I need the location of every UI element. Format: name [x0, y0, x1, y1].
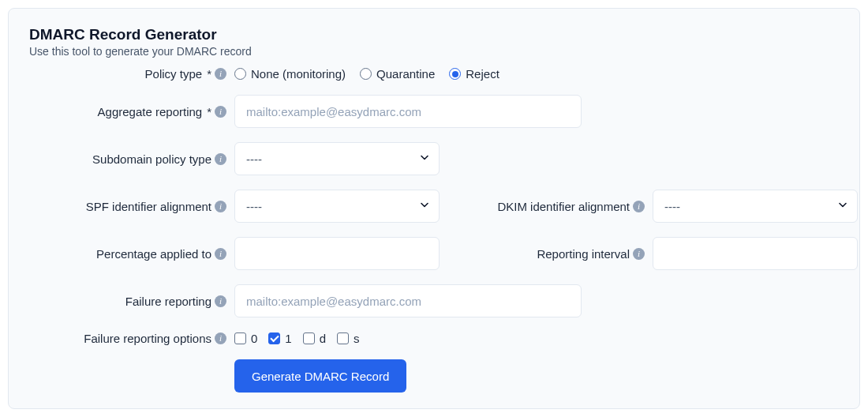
- info-icon[interactable]: i: [215, 201, 226, 212]
- policy-radio-quarantine[interactable]: Quarantine: [360, 67, 435, 81]
- percentage-input[interactable]: [234, 237, 440, 270]
- spf-alignment-label: SPF identifier alignment i: [29, 200, 234, 213]
- info-icon[interactable]: i: [215, 295, 226, 307]
- svg-text:i: i: [219, 333, 222, 343]
- reporting-interval-input[interactable]: [653, 237, 858, 270]
- info-icon[interactable]: i: [633, 248, 645, 260]
- aggregate-reporting-label: Aggregate reporting * i: [29, 105, 234, 118]
- radio-icon: [360, 68, 372, 80]
- radio-icon: [449, 68, 461, 80]
- policy-radio-reject[interactable]: Reject: [449, 67, 499, 81]
- failure-reporting-options-label: Failure reporting options i: [29, 332, 234, 345]
- svg-text:i: i: [638, 201, 640, 211]
- svg-text:i: i: [219, 201, 222, 211]
- failure-option-0[interactable]: 0: [234, 332, 257, 345]
- checkbox-icon: [337, 332, 349, 344]
- checkbox-icon: [303, 332, 315, 344]
- subdomain-policy-select[interactable]: ----: [234, 142, 440, 175]
- dkim-alignment-select[interactable]: ----: [653, 190, 858, 223]
- svg-text:i: i: [219, 69, 222, 78]
- failure-reporting-input[interactable]: [234, 284, 582, 317]
- subdomain-policy-label: Subdomain policy type i: [29, 152, 234, 166]
- svg-text:i: i: [219, 154, 222, 163]
- failure-option-s[interactable]: s: [337, 332, 360, 345]
- generate-button[interactable]: Generate DMARC Record: [234, 359, 406, 393]
- info-icon[interactable]: i: [215, 332, 226, 344]
- dkim-alignment-label: DKIM identifier alignment i: [440, 200, 653, 213]
- form: Policy type * i None (monitoring) Quaran…: [29, 67, 839, 393]
- checkbox-icon: [268, 332, 280, 344]
- svg-text:i: i: [219, 296, 222, 306]
- info-icon[interactable]: i: [633, 201, 645, 212]
- info-icon[interactable]: i: [215, 106, 226, 118]
- spf-alignment-select[interactable]: ----: [234, 190, 440, 223]
- info-icon[interactable]: i: [215, 68, 226, 80]
- info-icon[interactable]: i: [215, 153, 226, 165]
- dmarc-generator-panel: DMARC Record Generator Use this tool to …: [8, 8, 860, 409]
- failure-option-d[interactable]: d: [303, 332, 326, 345]
- policy-radio-none[interactable]: None (monitoring): [234, 67, 346, 81]
- info-icon[interactable]: i: [215, 248, 226, 260]
- aggregate-reporting-input[interactable]: [234, 95, 582, 128]
- policy-type-label: Policy type * i: [29, 67, 234, 81]
- svg-text:i: i: [219, 249, 222, 258]
- checkbox-icon: [234, 332, 246, 344]
- reporting-interval-label: Reporting interval i: [440, 247, 653, 261]
- page-title: DMARC Record Generator: [29, 26, 839, 43]
- failure-option-1[interactable]: 1: [268, 332, 291, 345]
- failure-reporting-label: Failure reporting i: [29, 295, 234, 308]
- svg-text:i: i: [638, 249, 640, 258]
- page-subtitle: Use this tool to generate your DMARC rec…: [29, 45, 839, 58]
- svg-text:i: i: [219, 107, 222, 116]
- percentage-label: Percentage applied to i: [29, 247, 234, 261]
- radio-icon: [234, 68, 246, 80]
